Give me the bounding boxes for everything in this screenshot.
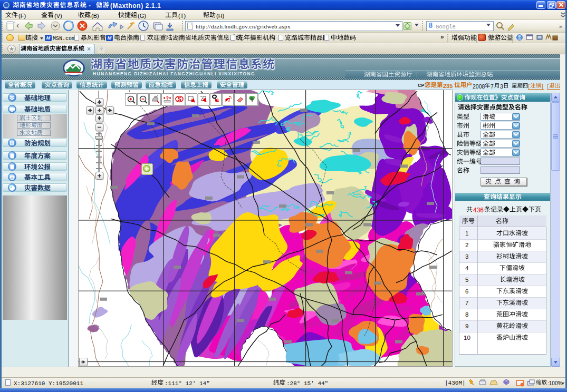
- svg-text:?: ?: [166, 95, 169, 101]
- svg-text:S: S: [178, 96, 181, 102]
